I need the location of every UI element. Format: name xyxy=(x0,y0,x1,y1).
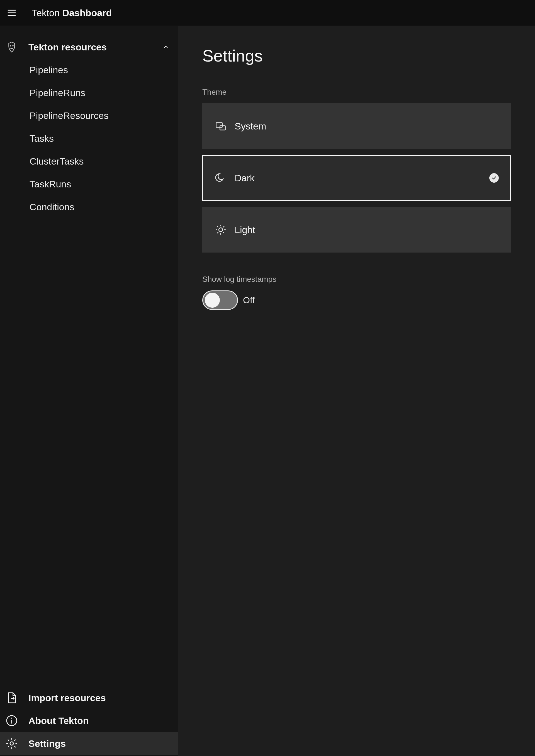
info-icon xyxy=(5,714,18,727)
svg-line-16 xyxy=(217,226,218,227)
sun-icon xyxy=(214,224,227,236)
sidebar-item-label: Tasks xyxy=(30,133,54,144)
app-header: Tekton Dashboard xyxy=(0,0,535,26)
svg-point-6 xyxy=(11,717,12,719)
checkmark-filled-icon xyxy=(489,173,499,183)
sidebar-item-label: Conditions xyxy=(30,202,74,212)
sidebar-item-label: ClusterTasks xyxy=(30,156,84,167)
sidebar-item-label: Settings xyxy=(28,738,66,749)
theme-field-label: Theme xyxy=(202,88,511,96)
svg-point-3 xyxy=(10,45,11,46)
svg-point-11 xyxy=(219,228,223,232)
svg-line-17 xyxy=(223,232,224,233)
sidebar-item-taskruns[interactable]: TaskRuns xyxy=(0,173,178,196)
toggle-state-text: Off xyxy=(243,295,255,306)
main-content: Settings Theme System Dark xyxy=(178,26,535,756)
sidebar: Tekton resources Pipelines PipelineRuns … xyxy=(0,26,178,756)
brand-title[interactable]: Tekton Dashboard xyxy=(32,8,112,18)
svg-line-18 xyxy=(217,232,218,233)
svg-point-8 xyxy=(10,742,14,745)
sidebar-item-pipelines[interactable]: Pipelines xyxy=(0,59,178,81)
page-title: Settings xyxy=(202,46,511,66)
sidebar-item-tasks[interactable]: Tasks xyxy=(0,127,178,150)
sidebar-section-label: Tekton resources xyxy=(28,42,162,53)
toggle-knob xyxy=(205,293,220,308)
theme-option-dark[interactable]: Dark xyxy=(202,155,511,201)
sidebar-item-label: About Tekton xyxy=(28,716,89,726)
sidebar-item-pipelineruns[interactable]: PipelineRuns xyxy=(0,81,178,104)
hamburger-icon xyxy=(6,8,17,18)
sidebar-item-label: TaskRuns xyxy=(30,179,71,190)
theme-tile-group: System Dark xyxy=(202,103,511,253)
svg-rect-9 xyxy=(216,123,222,127)
brand-suffix: Dashboard xyxy=(62,8,112,18)
sidebar-item-pipelineresources[interactable]: PipelineResources xyxy=(0,104,178,127)
sidebar-item-clustertasks[interactable]: ClusterTasks xyxy=(0,150,178,173)
sidebar-item-conditions[interactable]: Conditions xyxy=(0,196,178,218)
sidebar-item-about-tekton[interactable]: About Tekton xyxy=(0,709,178,732)
theme-option-label: System xyxy=(235,121,266,132)
menu-button[interactable] xyxy=(6,7,18,19)
sidebar-item-import-resources[interactable]: Import resources xyxy=(0,687,178,709)
moon-icon xyxy=(214,172,227,184)
sidebar-item-label: Import resources xyxy=(28,692,106,703)
log-timestamps-toggle[interactable] xyxy=(202,290,238,310)
chevron-up-icon xyxy=(162,43,170,51)
sidebar-item-label: PipelineResources xyxy=(30,110,109,121)
sidebar-item-settings[interactable]: Settings xyxy=(0,732,178,755)
theme-option-label: Dark xyxy=(235,173,255,183)
sidebar-item-label: Pipelines xyxy=(30,65,68,75)
theme-option-light[interactable]: Light xyxy=(202,207,511,253)
svg-line-19 xyxy=(223,226,224,227)
sidebar-item-label: PipelineRuns xyxy=(30,88,85,98)
brand-prefix: Tekton xyxy=(32,8,60,18)
logs-field-label: Show log timestamps xyxy=(202,275,511,284)
tekton-logo-icon xyxy=(5,40,18,54)
sidebar-section-tekton-resources[interactable]: Tekton resources xyxy=(0,36,178,59)
document-import-icon xyxy=(5,691,18,705)
screen-icon xyxy=(214,120,227,132)
gear-icon xyxy=(5,737,18,750)
theme-option-label: Light xyxy=(235,225,255,235)
theme-option-system[interactable]: System xyxy=(202,103,511,149)
svg-point-4 xyxy=(12,45,14,46)
